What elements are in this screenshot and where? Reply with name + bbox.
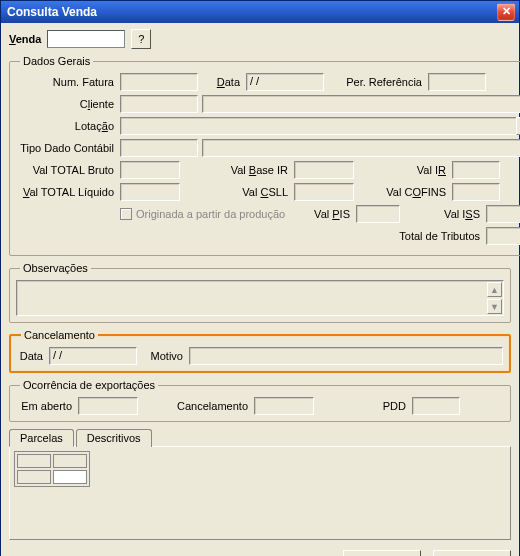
field-val-pis bbox=[356, 205, 400, 223]
label-pdd: PDD bbox=[318, 400, 408, 412]
group-observacoes: Observações ▲ ▼ bbox=[9, 262, 511, 323]
label-total-tributos: Total de Tributos bbox=[399, 230, 482, 242]
field-cliente-name bbox=[202, 95, 520, 113]
field-oc-cancel bbox=[254, 397, 314, 415]
titlebar: Consulta Venda ✕ bbox=[1, 1, 519, 23]
footer: Imprimir Fecha bbox=[9, 550, 511, 556]
label-val-csll: Val CSLL bbox=[184, 186, 290, 198]
group-cancelamento: Cancelamento Data / / Motivo bbox=[9, 329, 511, 373]
label-val-total-liquido: Val TOTAL Líquido bbox=[16, 186, 116, 198]
label-cancel-data: Data bbox=[17, 350, 45, 362]
scroll-down-icon[interactable]: ▼ bbox=[487, 299, 502, 314]
field-val-iss bbox=[486, 205, 520, 223]
tabstrip: Parcelas Descritivos bbox=[9, 428, 511, 446]
field-data: / / bbox=[246, 73, 324, 91]
imprimir-button[interactable]: Imprimir bbox=[343, 550, 421, 556]
field-val-cofins bbox=[452, 183, 500, 201]
field-cancel-data: / / bbox=[49, 347, 137, 365]
venda-label: Venda bbox=[9, 33, 41, 45]
group-dados-gerais: Dados Gerais Num. Fatura Data / / Per. R… bbox=[9, 55, 520, 256]
close-icon: ✕ bbox=[502, 5, 511, 17]
legend-cancelamento: Cancelamento bbox=[21, 329, 98, 341]
table-row bbox=[17, 470, 87, 484]
field-pdd bbox=[412, 397, 460, 415]
label-oc-cancel: Cancelamento bbox=[142, 400, 250, 412]
field-em-aberto bbox=[78, 397, 138, 415]
scrollbar[interactable]: ▲ ▼ bbox=[487, 282, 502, 314]
help-button[interactable]: ? bbox=[131, 29, 151, 49]
observacoes-textarea: ▲ ▼ bbox=[16, 280, 504, 316]
label-val-ir: Val IR bbox=[358, 164, 448, 176]
label-data: Data bbox=[202, 76, 242, 88]
client-area: Venda ? Dados Gerais Num. Fatura Data / … bbox=[1, 23, 519, 556]
group-ocorrencia: Ocorrência de exportações Em aberto Canc… bbox=[9, 379, 511, 422]
label-cliente: Cliente bbox=[16, 98, 116, 110]
legend-dados-gerais: Dados Gerais bbox=[20, 55, 93, 67]
field-total-tributos bbox=[486, 227, 520, 245]
field-cliente-code bbox=[120, 95, 198, 113]
field-val-base-ir bbox=[294, 161, 354, 179]
field-num-fatura bbox=[120, 73, 198, 91]
label-val-iss: Val ISS bbox=[404, 208, 482, 220]
chevron-down-icon[interactable] bbox=[516, 117, 520, 135]
venda-row: Venda ? bbox=[9, 29, 511, 49]
table-row bbox=[17, 454, 87, 468]
field-val-total-liquido bbox=[120, 183, 180, 201]
field-cancel-motivo bbox=[189, 347, 503, 365]
field-tipo-dado-code bbox=[120, 139, 198, 157]
label-originada: Originada a partir da produção bbox=[136, 208, 285, 220]
label-lotacao: Lotação bbox=[16, 120, 116, 132]
field-val-total-bruto bbox=[120, 161, 180, 179]
field-val-ir bbox=[452, 161, 500, 179]
fechar-button[interactable]: Fecha bbox=[433, 550, 511, 556]
label-num-fatura: Num. Fatura bbox=[16, 76, 116, 88]
checkbox-box-icon bbox=[120, 208, 132, 220]
scroll-up-icon[interactable]: ▲ bbox=[487, 282, 502, 297]
window: Consulta Venda ✕ Venda ? Dados Gerais Nu… bbox=[0, 0, 520, 556]
field-lotacao bbox=[120, 117, 516, 135]
venda-input[interactable] bbox=[47, 30, 125, 48]
label-val-total-bruto: Val TOTAL Bruto bbox=[16, 164, 116, 176]
legend-observacoes: Observações bbox=[20, 262, 91, 274]
label-val-pis: Val PIS bbox=[304, 208, 352, 220]
close-button[interactable]: ✕ bbox=[497, 3, 515, 21]
window-title: Consulta Venda bbox=[7, 5, 497, 19]
checkbox-originada: Originada a partir da produção bbox=[120, 208, 300, 220]
tab-parcelas[interactable]: Parcelas bbox=[9, 429, 74, 447]
field-per-ref bbox=[428, 73, 486, 91]
tabpanel-parcelas bbox=[9, 446, 511, 540]
tab-descritivos[interactable]: Descritivos bbox=[76, 429, 152, 447]
legend-ocorrencia: Ocorrência de exportações bbox=[20, 379, 158, 391]
field-val-csll bbox=[294, 183, 354, 201]
combo-lotacao[interactable] bbox=[120, 117, 520, 135]
label-cancel-motivo: Motivo bbox=[141, 350, 185, 362]
label-val-cofins: Val COFINS bbox=[358, 186, 448, 198]
parcelas-grid[interactable] bbox=[14, 451, 90, 487]
label-em-aberto: Em aberto bbox=[16, 400, 74, 412]
label-tipo-dado: Tipo Dado Contábil bbox=[16, 142, 116, 154]
label-per-ref: Per. Referência bbox=[328, 76, 424, 88]
field-tipo-dado-name bbox=[202, 139, 520, 157]
label-val-base-ir: Val Base IR bbox=[184, 164, 290, 176]
